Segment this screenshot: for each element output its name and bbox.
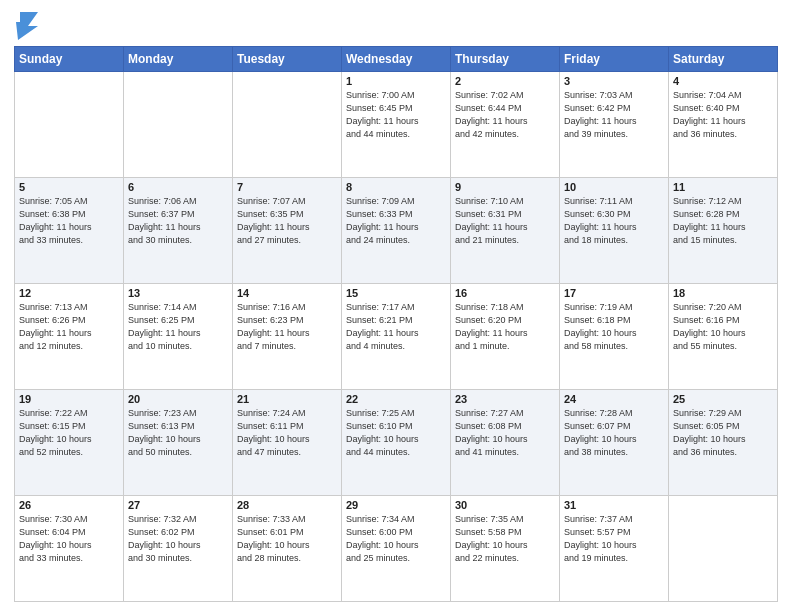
day-number: 29 xyxy=(346,499,446,511)
day-number: 1 xyxy=(346,75,446,87)
calendar-cell xyxy=(669,496,778,602)
day-info: Sunrise: 7:28 AM Sunset: 6:07 PM Dayligh… xyxy=(564,407,664,459)
day-number: 19 xyxy=(19,393,119,405)
day-number: 6 xyxy=(128,181,228,193)
calendar-cell xyxy=(15,72,124,178)
calendar-cell: 30Sunrise: 7:35 AM Sunset: 5:58 PM Dayli… xyxy=(451,496,560,602)
svg-marker-0 xyxy=(16,12,38,40)
calendar-cell: 5Sunrise: 7:05 AM Sunset: 6:38 PM Daylig… xyxy=(15,178,124,284)
day-info: Sunrise: 7:10 AM Sunset: 6:31 PM Dayligh… xyxy=(455,195,555,247)
calendar-cell: 24Sunrise: 7:28 AM Sunset: 6:07 PM Dayli… xyxy=(560,390,669,496)
calendar-cell: 8Sunrise: 7:09 AM Sunset: 6:33 PM Daylig… xyxy=(342,178,451,284)
day-info: Sunrise: 7:09 AM Sunset: 6:33 PM Dayligh… xyxy=(346,195,446,247)
calendar-week-row: 26Sunrise: 7:30 AM Sunset: 6:04 PM Dayli… xyxy=(15,496,778,602)
calendar-cell: 23Sunrise: 7:27 AM Sunset: 6:08 PM Dayli… xyxy=(451,390,560,496)
day-number: 8 xyxy=(346,181,446,193)
day-number: 31 xyxy=(564,499,664,511)
day-number: 30 xyxy=(455,499,555,511)
day-info: Sunrise: 7:29 AM Sunset: 6:05 PM Dayligh… xyxy=(673,407,773,459)
day-number: 3 xyxy=(564,75,664,87)
day-number: 27 xyxy=(128,499,228,511)
day-number: 18 xyxy=(673,287,773,299)
day-number: 23 xyxy=(455,393,555,405)
day-info: Sunrise: 7:18 AM Sunset: 6:20 PM Dayligh… xyxy=(455,301,555,353)
day-info: Sunrise: 7:32 AM Sunset: 6:02 PM Dayligh… xyxy=(128,513,228,565)
calendar-cell: 16Sunrise: 7:18 AM Sunset: 6:20 PM Dayli… xyxy=(451,284,560,390)
day-info: Sunrise: 7:22 AM Sunset: 6:15 PM Dayligh… xyxy=(19,407,119,459)
day-number: 28 xyxy=(237,499,337,511)
day-info: Sunrise: 7:00 AM Sunset: 6:45 PM Dayligh… xyxy=(346,89,446,141)
calendar-cell: 19Sunrise: 7:22 AM Sunset: 6:15 PM Dayli… xyxy=(15,390,124,496)
calendar-week-row: 12Sunrise: 7:13 AM Sunset: 6:26 PM Dayli… xyxy=(15,284,778,390)
day-info: Sunrise: 7:34 AM Sunset: 6:00 PM Dayligh… xyxy=(346,513,446,565)
calendar-cell: 18Sunrise: 7:20 AM Sunset: 6:16 PM Dayli… xyxy=(669,284,778,390)
day-number: 4 xyxy=(673,75,773,87)
calendar-cell: 26Sunrise: 7:30 AM Sunset: 6:04 PM Dayli… xyxy=(15,496,124,602)
calendar-cell: 3Sunrise: 7:03 AM Sunset: 6:42 PM Daylig… xyxy=(560,72,669,178)
calendar-cell: 12Sunrise: 7:13 AM Sunset: 6:26 PM Dayli… xyxy=(15,284,124,390)
day-info: Sunrise: 7:37 AM Sunset: 5:57 PM Dayligh… xyxy=(564,513,664,565)
day-info: Sunrise: 7:27 AM Sunset: 6:08 PM Dayligh… xyxy=(455,407,555,459)
calendar-table: SundayMondayTuesdayWednesdayThursdayFrid… xyxy=(14,46,778,602)
calendar-cell: 6Sunrise: 7:06 AM Sunset: 6:37 PM Daylig… xyxy=(124,178,233,284)
day-number: 9 xyxy=(455,181,555,193)
day-number: 24 xyxy=(564,393,664,405)
day-number: 26 xyxy=(19,499,119,511)
calendar-cell: 25Sunrise: 7:29 AM Sunset: 6:05 PM Dayli… xyxy=(669,390,778,496)
day-number: 11 xyxy=(673,181,773,193)
calendar-week-row: 5Sunrise: 7:05 AM Sunset: 6:38 PM Daylig… xyxy=(15,178,778,284)
day-info: Sunrise: 7:13 AM Sunset: 6:26 PM Dayligh… xyxy=(19,301,119,353)
calendar-cell: 15Sunrise: 7:17 AM Sunset: 6:21 PM Dayli… xyxy=(342,284,451,390)
day-number: 7 xyxy=(237,181,337,193)
day-number: 5 xyxy=(19,181,119,193)
calendar-cell: 17Sunrise: 7:19 AM Sunset: 6:18 PM Dayli… xyxy=(560,284,669,390)
calendar-cell: 2Sunrise: 7:02 AM Sunset: 6:44 PM Daylig… xyxy=(451,72,560,178)
day-number: 16 xyxy=(455,287,555,299)
calendar-week-row: 1Sunrise: 7:00 AM Sunset: 6:45 PM Daylig… xyxy=(15,72,778,178)
calendar-cell: 20Sunrise: 7:23 AM Sunset: 6:13 PM Dayli… xyxy=(124,390,233,496)
calendar-cell: 9Sunrise: 7:10 AM Sunset: 6:31 PM Daylig… xyxy=(451,178,560,284)
calendar-cell: 29Sunrise: 7:34 AM Sunset: 6:00 PM Dayli… xyxy=(342,496,451,602)
calendar-cell: 10Sunrise: 7:11 AM Sunset: 6:30 PM Dayli… xyxy=(560,178,669,284)
calendar-cell: 28Sunrise: 7:33 AM Sunset: 6:01 PM Dayli… xyxy=(233,496,342,602)
day-info: Sunrise: 7:14 AM Sunset: 6:25 PM Dayligh… xyxy=(128,301,228,353)
day-info: Sunrise: 7:23 AM Sunset: 6:13 PM Dayligh… xyxy=(128,407,228,459)
weekday-header-sunday: Sunday xyxy=(15,47,124,72)
day-info: Sunrise: 7:25 AM Sunset: 6:10 PM Dayligh… xyxy=(346,407,446,459)
calendar-cell: 22Sunrise: 7:25 AM Sunset: 6:10 PM Dayli… xyxy=(342,390,451,496)
day-number: 14 xyxy=(237,287,337,299)
day-info: Sunrise: 7:17 AM Sunset: 6:21 PM Dayligh… xyxy=(346,301,446,353)
day-info: Sunrise: 7:06 AM Sunset: 6:37 PM Dayligh… xyxy=(128,195,228,247)
day-info: Sunrise: 7:19 AM Sunset: 6:18 PM Dayligh… xyxy=(564,301,664,353)
day-info: Sunrise: 7:20 AM Sunset: 6:16 PM Dayligh… xyxy=(673,301,773,353)
day-number: 10 xyxy=(564,181,664,193)
day-number: 13 xyxy=(128,287,228,299)
page: SundayMondayTuesdayWednesdayThursdayFrid… xyxy=(0,0,792,612)
day-info: Sunrise: 7:30 AM Sunset: 6:04 PM Dayligh… xyxy=(19,513,119,565)
day-number: 15 xyxy=(346,287,446,299)
day-info: Sunrise: 7:03 AM Sunset: 6:42 PM Dayligh… xyxy=(564,89,664,141)
weekday-header-saturday: Saturday xyxy=(669,47,778,72)
calendar-week-row: 19Sunrise: 7:22 AM Sunset: 6:15 PM Dayli… xyxy=(15,390,778,496)
weekday-header-wednesday: Wednesday xyxy=(342,47,451,72)
day-number: 17 xyxy=(564,287,664,299)
logo xyxy=(14,14,38,40)
header xyxy=(14,10,778,40)
calendar-cell: 14Sunrise: 7:16 AM Sunset: 6:23 PM Dayli… xyxy=(233,284,342,390)
calendar-cell: 7Sunrise: 7:07 AM Sunset: 6:35 PM Daylig… xyxy=(233,178,342,284)
day-info: Sunrise: 7:12 AM Sunset: 6:28 PM Dayligh… xyxy=(673,195,773,247)
weekday-header-monday: Monday xyxy=(124,47,233,72)
day-number: 21 xyxy=(237,393,337,405)
day-info: Sunrise: 7:35 AM Sunset: 5:58 PM Dayligh… xyxy=(455,513,555,565)
logo-icon xyxy=(16,12,38,40)
calendar-cell: 27Sunrise: 7:32 AM Sunset: 6:02 PM Dayli… xyxy=(124,496,233,602)
calendar-cell: 1Sunrise: 7:00 AM Sunset: 6:45 PM Daylig… xyxy=(342,72,451,178)
day-number: 2 xyxy=(455,75,555,87)
calendar-cell: 4Sunrise: 7:04 AM Sunset: 6:40 PM Daylig… xyxy=(669,72,778,178)
day-info: Sunrise: 7:33 AM Sunset: 6:01 PM Dayligh… xyxy=(237,513,337,565)
weekday-header-row: SundayMondayTuesdayWednesdayThursdayFrid… xyxy=(15,47,778,72)
weekday-header-thursday: Thursday xyxy=(451,47,560,72)
day-info: Sunrise: 7:24 AM Sunset: 6:11 PM Dayligh… xyxy=(237,407,337,459)
day-number: 20 xyxy=(128,393,228,405)
calendar-cell: 21Sunrise: 7:24 AM Sunset: 6:11 PM Dayli… xyxy=(233,390,342,496)
